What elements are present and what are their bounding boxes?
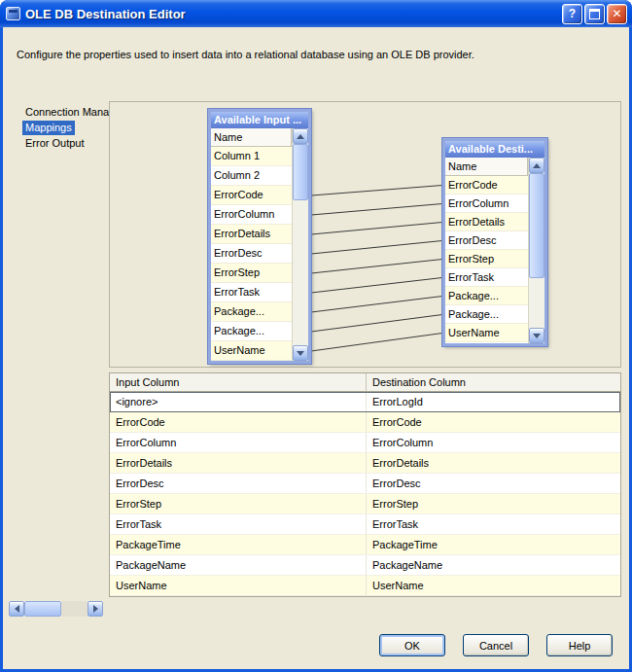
- table-row[interactable]: ErrorColumnErrorColumn: [110, 433, 620, 453]
- table-row[interactable]: ErrorDetailsErrorDetails: [110, 453, 620, 474]
- destination-list-item[interactable]: ErrorCode: [445, 176, 528, 195]
- scroll-up-button[interactable]: [529, 158, 544, 173]
- scroll-left-button[interactable]: [9, 601, 24, 617]
- vertical-scrollbar-thumb[interactable]: [293, 144, 308, 200]
- input-list-item[interactable]: ErrorCode: [211, 186, 292, 205]
- table-row[interactable]: PackageTimePackageTime: [110, 535, 620, 555]
- destination-column-cell[interactable]: UserName: [367, 576, 620, 595]
- scroll-down-icon: [297, 351, 304, 356]
- sidebar-item-mappings[interactable]: Mappings: [22, 121, 75, 135]
- destination-list-item[interactable]: ErrorTask: [445, 268, 528, 287]
- input-list-item[interactable]: Column 1: [211, 147, 292, 166]
- dialog-description: Configure the properties used to insert …: [17, 49, 612, 60]
- table-row[interactable]: ErrorDescErrorDesc: [110, 474, 620, 494]
- destination-column-cell[interactable]: ErrorStep: [367, 494, 620, 513]
- mapping-table: Input Column Destination Column <ignore>…: [109, 372, 621, 597]
- destination-column-cell[interactable]: ErrorColumn: [367, 433, 620, 452]
- input-list-scrollbar[interactable]: [292, 128, 308, 361]
- input-list-item[interactable]: ErrorDetails: [211, 225, 292, 244]
- scroll-right-icon: [93, 605, 98, 613]
- table-row[interactable]: ErrorStepErrorStep: [110, 494, 620, 514]
- destination-column-header[interactable]: Destination Column: [367, 373, 620, 391]
- dialog-window: OLE DB Destination Editor ? ✕ Configure …: [0, 0, 632, 672]
- input-list-rows: Column 1Column 2ErrorCodeErrorColumnErro…: [211, 147, 292, 361]
- destination-column-cell[interactable]: ErrorTask: [367, 514, 620, 534]
- mapping-table-body: <ignore>ErrorLogIdErrorCodeErrorCodeErro…: [110, 392, 620, 596]
- titlebar[interactable]: OLE DB Destination Editor ? ✕: [0, 0, 632, 27]
- destination-column-cell[interactable]: ErrorDesc: [367, 474, 620, 493]
- available-dest-title: Available Desti...: [445, 141, 544, 158]
- vertical-scrollbar-track[interactable]: [293, 200, 308, 345]
- horizontal-scrollbar-thumb[interactable]: [24, 601, 61, 617]
- vertical-scrollbar-track[interactable]: [529, 278, 544, 328]
- table-row[interactable]: ErrorCodeErrorCode: [110, 412, 620, 433]
- table-row[interactable]: <ignore>ErrorLogId: [110, 392, 620, 412]
- sidebar-item-error-output[interactable]: Error Output: [22, 136, 88, 151]
- input-column-cell[interactable]: ErrorStep: [110, 494, 367, 513]
- destination-list-item[interactable]: ErrorDetails: [445, 213, 528, 231]
- dest-list-name-header: Name: [445, 158, 528, 176]
- input-column-cell[interactable]: ErrorColumn: [110, 433, 367, 452]
- input-column-cell[interactable]: ErrorDetails: [110, 453, 367, 473]
- scroll-left-icon: [15, 605, 19, 613]
- dest-list-scrollbar[interactable]: [528, 158, 544, 343]
- sidebar: Connection ManagerMappingsError Output: [9, 101, 103, 617]
- destination-list-item[interactable]: UserName: [445, 324, 528, 342]
- input-list-item[interactable]: ErrorDesc: [211, 244, 292, 264]
- input-list-name-header: Name: [211, 128, 292, 147]
- vertical-scrollbar-thumb[interactable]: [529, 173, 544, 278]
- input-column-cell[interactable]: <ignore>: [110, 392, 367, 411]
- table-row[interactable]: PackageNamePackageName: [110, 555, 620, 576]
- input-list-item[interactable]: UserName: [211, 341, 292, 361]
- mapping-table-header: Input Column Destination Column: [110, 373, 620, 392]
- scroll-right-button[interactable]: [88, 601, 103, 617]
- available-input-title: Available Input ...: [211, 112, 308, 128]
- input-list-item[interactable]: Column 2: [211, 166, 292, 186]
- help-button[interactable]: Help: [546, 634, 613, 656]
- destination-column-cell[interactable]: ErrorCode: [367, 412, 620, 432]
- input-list-item[interactable]: ErrorColumn: [211, 205, 292, 225]
- destination-column-cell[interactable]: ErrorLogId: [367, 392, 620, 411]
- dialog-client-area: Configure the properties used to insert …: [3, 27, 629, 669]
- input-column-cell[interactable]: UserName: [110, 576, 367, 595]
- input-column-cell[interactable]: ErrorDesc: [110, 474, 367, 493]
- scroll-down-button[interactable]: [293, 345, 308, 361]
- destination-column-cell[interactable]: PackageTime: [367, 535, 620, 554]
- destination-list-item[interactable]: ErrorDesc: [445, 231, 528, 250]
- destination-list-item[interactable]: ErrorStep: [445, 250, 528, 268]
- input-column-cell[interactable]: PackageTime: [110, 535, 367, 554]
- scroll-down-icon: [533, 334, 541, 338]
- horizontal-scrollbar-track[interactable]: [61, 601, 88, 617]
- titlebar-help-button[interactable]: ?: [562, 4, 582, 24]
- input-column-header[interactable]: Input Column: [110, 373, 367, 391]
- available-dest-box: Available Desti... Name ErrorCodeErrorCo…: [442, 138, 547, 346]
- input-column-cell[interactable]: PackageName: [110, 555, 367, 575]
- ok-button[interactable]: OK: [379, 634, 445, 656]
- destination-list-item[interactable]: Package...: [445, 305, 528, 324]
- destination-list-item[interactable]: ErrorColumn: [445, 195, 528, 213]
- window-icon: [6, 7, 20, 20]
- table-row[interactable]: ErrorTaskErrorTask: [110, 514, 620, 535]
- destination-list-item[interactable]: Package...: [445, 287, 528, 305]
- mapping-panel: Available Input ... Name Column 1Column …: [109, 101, 621, 368]
- destination-column-cell[interactable]: PackageName: [367, 555, 620, 575]
- question-mark-icon: ?: [569, 7, 576, 20]
- destination-column-cell[interactable]: ErrorDetails: [367, 453, 620, 473]
- maximize-icon: [589, 9, 600, 19]
- input-list-item[interactable]: Package...: [211, 302, 292, 322]
- input-list-item[interactable]: Package...: [211, 322, 292, 341]
- close-button[interactable]: ✕: [607, 4, 627, 24]
- input-column-cell[interactable]: ErrorCode: [110, 412, 367, 432]
- scroll-up-icon: [533, 163, 541, 168]
- input-list-item[interactable]: ErrorTask: [211, 283, 292, 302]
- maximize-button[interactable]: [584, 4, 605, 24]
- scroll-up-button[interactable]: [293, 128, 308, 144]
- sidebar-horizontal-scrollbar[interactable]: [9, 601, 103, 617]
- dest-list-rows: ErrorCodeErrorColumnErrorDetailsErrorDes…: [445, 176, 528, 343]
- scroll-down-button[interactable]: [529, 328, 544, 343]
- window-title: OLE DB Destination Editor: [25, 7, 560, 21]
- input-list-item[interactable]: ErrorStep: [211, 264, 292, 283]
- cancel-button[interactable]: Cancel: [463, 634, 529, 656]
- input-column-cell[interactable]: ErrorTask: [110, 514, 367, 534]
- table-row[interactable]: UserNameUserName: [110, 576, 620, 596]
